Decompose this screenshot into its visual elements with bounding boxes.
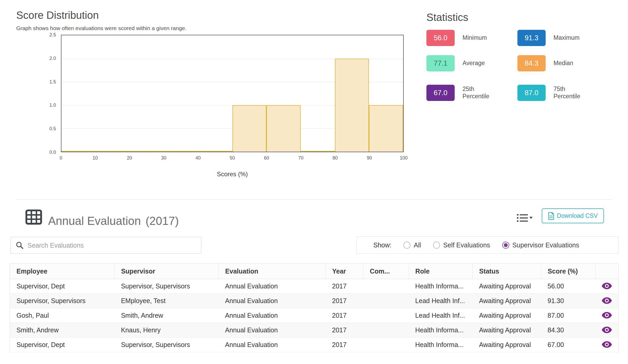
- filter-radio-self-evaluations[interactable]: Self Evaluations: [433, 241, 490, 249]
- column-header[interactable]: Evaluation: [219, 264, 326, 279]
- cell-year: 2017: [326, 338, 363, 352]
- statistics-title: Statistics: [426, 12, 468, 23]
- x-tick-label: 0: [60, 155, 62, 161]
- evaluations-table: EmployeeSupervisorEvaluationYearCom...Ro…: [10, 263, 619, 352]
- x-tick-label: 30: [161, 155, 166, 161]
- stat-value-badge: 87.0: [517, 85, 546, 101]
- stat-value-badge: 56.0: [426, 30, 455, 46]
- search-input[interactable]: [27, 237, 201, 253]
- cell-role: Health Informa...: [409, 323, 472, 338]
- column-header[interactable]: [595, 264, 618, 279]
- y-tick-label: 0.5: [49, 126, 56, 131]
- search-icon: [15, 241, 24, 249]
- cell-employee: Supervisor, Dept: [10, 338, 115, 352]
- column-header[interactable]: Supervisor: [115, 264, 219, 279]
- column-header[interactable]: Year: [326, 264, 363, 279]
- eye-icon: [602, 312, 612, 318]
- filter-group: Show: AllSelf EvaluationsSupervisor Eval…: [356, 236, 619, 254]
- view-evaluation-button[interactable]: [600, 340, 614, 350]
- eye-icon: [602, 297, 612, 304]
- column-header[interactable]: Score (%): [541, 264, 595, 279]
- x-tick-label: 50: [230, 155, 235, 161]
- page-title: Annual Evaluation(2017): [48, 214, 179, 228]
- cell-comments: [363, 323, 409, 338]
- radio-label: All: [414, 241, 421, 249]
- stat-value-badge: 91.3: [517, 30, 546, 46]
- cell-role: Lead Health Inf...: [409, 294, 472, 308]
- radio-circle[interactable]: [403, 242, 410, 249]
- stat-item: 87.075th Percentile: [517, 85, 590, 101]
- cell-year: 2017: [326, 279, 363, 294]
- list-options-button[interactable]: [516, 212, 534, 224]
- cell-status: Awaiting Approval: [472, 308, 541, 323]
- view-evaluation-button[interactable]: [600, 311, 614, 320]
- cell-year: 2017: [326, 294, 363, 308]
- chevron-down-icon: [529, 217, 533, 219]
- cell-score: 87.00: [541, 308, 595, 323]
- show-label: Show:: [373, 241, 391, 249]
- score-distribution-title: Score Distribution: [16, 9, 99, 21]
- stat-label: Average: [463, 60, 499, 67]
- y-tick-label: 0.0: [49, 150, 56, 155]
- cell-employee: Smith, Andrew: [10, 323, 115, 338]
- search-group: [10, 237, 201, 254]
- cell-score: 67.00: [541, 338, 595, 352]
- view-evaluation-button[interactable]: [600, 282, 614, 291]
- cell-evaluation: Annual Evaluation: [219, 323, 326, 338]
- page-title-year: (2017): [146, 214, 179, 227]
- view-evaluation-button[interactable]: [600, 326, 614, 335]
- table-header-row: EmployeeSupervisorEvaluationYearCom...Ro…: [10, 264, 619, 279]
- filter-radio-all[interactable]: All: [403, 241, 421, 249]
- eye-icon: [602, 327, 612, 333]
- x-tick-label: 40: [195, 155, 201, 161]
- cell-actions: [595, 308, 618, 323]
- cell-status: Awaiting Approval: [472, 294, 541, 308]
- radio-label: Supervisor Evaluations: [512, 241, 579, 249]
- stat-value-badge: 84.3: [517, 55, 546, 71]
- x-tick-label: 10: [93, 155, 98, 161]
- cell-role: Health Informa...: [409, 338, 472, 352]
- y-axis-labels: 0.00.51.01.52.02.5: [39, 35, 58, 152]
- stat-item: 77.1Average: [426, 55, 499, 71]
- cell-evaluation: Annual Evaluation: [219, 338, 326, 352]
- x-tick-label: 80: [333, 155, 338, 161]
- histogram-plot: [61, 35, 404, 152]
- stat-value-badge: 67.0: [426, 85, 455, 101]
- stat-label: 25th Percentile: [463, 86, 499, 100]
- cell-status: Awaiting Approval: [472, 279, 541, 294]
- stat-label: Maximum: [553, 34, 590, 42]
- cell-score: 84.30: [541, 323, 595, 338]
- cell-status: Awaiting Approval: [472, 338, 541, 352]
- filter-radio-supervisor-evaluations[interactable]: Supervisor Evaluations: [502, 241, 579, 249]
- x-tick-label: 20: [127, 155, 132, 161]
- cell-employee: Supervisor, Dept: [10, 279, 115, 294]
- column-header[interactable]: Employee: [10, 264, 115, 279]
- list-icon: [516, 213, 533, 223]
- column-header[interactable]: Com...: [363, 264, 409, 279]
- column-header[interactable]: Status: [472, 264, 541, 279]
- cell-supervisor: Knaus, Henry: [115, 323, 219, 338]
- table-row: Supervisor, DeptSupervisor, SupervisorsA…: [10, 338, 619, 352]
- cell-actions: [595, 294, 618, 308]
- eye-icon: [602, 341, 612, 348]
- cell-supervisor: Smith, Andrew: [115, 308, 219, 323]
- view-evaluation-button[interactable]: [600, 296, 614, 306]
- column-header[interactable]: Role: [409, 264, 472, 279]
- table-row: Supervisor, DeptSupervisor, SupervisorsA…: [10, 279, 619, 294]
- score-distribution-subtitle: Graph shows how often evaluations were s…: [16, 25, 186, 31]
- cell-role: Health Informa...: [409, 279, 472, 294]
- download-csv-button[interactable]: Download CSV: [542, 208, 604, 223]
- radio-label: Self Evaluations: [443, 241, 490, 249]
- radio-circle[interactable]: [502, 242, 509, 249]
- statistics-grid: 56.0Minimum91.3Maximum77.1Average84.3Med…: [426, 30, 628, 106]
- eye-icon: [602, 283, 612, 289]
- cell-actions: [595, 338, 618, 352]
- histogram-bar: [335, 59, 369, 152]
- table-row: Smith, AndrewKnaus, HenryAnnual Evaluati…: [10, 323, 619, 338]
- cell-year: 2017: [326, 323, 363, 338]
- stat-label: Median: [553, 60, 590, 67]
- cell-evaluation: Annual Evaluation: [219, 294, 326, 308]
- radio-circle[interactable]: [433, 242, 440, 249]
- cell-actions: [595, 279, 618, 294]
- histogram-bar: [232, 105, 267, 152]
